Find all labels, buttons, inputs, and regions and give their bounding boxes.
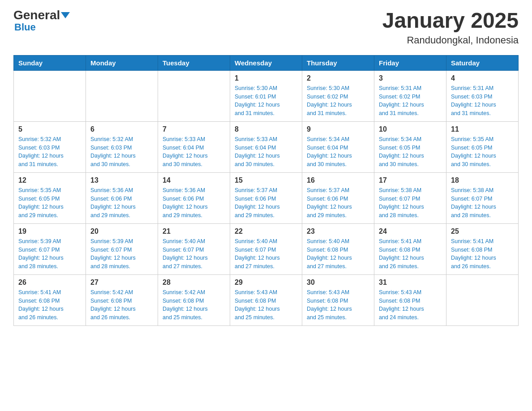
col-thursday: Thursday [302,55,374,70]
day-info: Sunrise: 5:38 AM Sunset: 6:07 PM Dayligh… [451,186,514,220]
col-monday: Monday [86,55,158,70]
table-row: 18Sunrise: 5:38 AM Sunset: 6:07 PM Dayli… [446,172,519,223]
day-info: Sunrise: 5:36 AM Sunset: 6:06 PM Dayligh… [90,186,153,220]
day-info: Sunrise: 5:42 AM Sunset: 6:08 PM Dayligh… [163,288,225,322]
day-number: 24 [379,227,442,235]
calendar-week-5: 26Sunrise: 5:41 AM Sunset: 6:08 PM Dayli… [14,274,519,325]
day-info: Sunrise: 5:41 AM Sunset: 6:08 PM Dayligh… [379,237,442,271]
day-number: 27 [90,278,153,287]
day-number: 31 [379,278,442,287]
day-info: Sunrise: 5:34 AM Sunset: 6:04 PM Dayligh… [307,135,369,169]
table-row: 24Sunrise: 5:41 AM Sunset: 6:08 PM Dayli… [374,223,446,274]
day-number: 8 [235,125,297,133]
table-row [158,70,230,121]
day-number: 2 [307,74,369,82]
day-number: 9 [307,125,369,133]
day-info: Sunrise: 5:40 AM Sunset: 6:07 PM Dayligh… [163,237,225,271]
day-info: Sunrise: 5:30 AM Sunset: 6:01 PM Dayligh… [235,84,297,118]
table-row: 8Sunrise: 5:33 AM Sunset: 6:04 PM Daylig… [230,121,302,172]
day-number: 28 [163,278,225,287]
table-row: 3Sunrise: 5:31 AM Sunset: 6:02 PM Daylig… [374,70,446,121]
day-info: Sunrise: 5:35 AM Sunset: 6:05 PM Dayligh… [451,135,514,169]
table-row [14,70,86,121]
day-info: Sunrise: 5:33 AM Sunset: 6:04 PM Dayligh… [163,135,225,169]
table-row: 21Sunrise: 5:40 AM Sunset: 6:07 PM Dayli… [158,223,230,274]
table-row: 7Sunrise: 5:33 AM Sunset: 6:04 PM Daylig… [158,121,230,172]
day-info: Sunrise: 5:40 AM Sunset: 6:08 PM Dayligh… [307,237,369,271]
calendar-table: Sunday Monday Tuesday Wednesday Thursday… [13,55,519,326]
title-block: January 2025 Randudongkal, Indonesia [382,9,519,46]
calendar-week-4: 19Sunrise: 5:39 AM Sunset: 6:07 PM Dayli… [14,223,519,274]
col-sunday: Sunday [14,55,86,70]
table-row [446,274,519,325]
table-row: 19Sunrise: 5:39 AM Sunset: 6:07 PM Dayli… [14,223,86,274]
table-row: 15Sunrise: 5:37 AM Sunset: 6:06 PM Dayli… [230,172,302,223]
day-info: Sunrise: 5:39 AM Sunset: 6:07 PM Dayligh… [90,237,153,271]
day-info: Sunrise: 5:31 AM Sunset: 6:03 PM Dayligh… [451,84,514,118]
day-info: Sunrise: 5:43 AM Sunset: 6:08 PM Dayligh… [235,288,297,322]
col-tuesday: Tuesday [158,55,230,70]
day-number: 16 [307,176,369,184]
table-row: 27Sunrise: 5:42 AM Sunset: 6:08 PM Dayli… [86,274,158,325]
day-number: 12 [18,176,81,184]
day-number: 26 [18,278,81,287]
table-row: 12Sunrise: 5:35 AM Sunset: 6:05 PM Dayli… [14,172,86,223]
table-row: 25Sunrise: 5:41 AM Sunset: 6:08 PM Dayli… [446,223,519,274]
table-row: 28Sunrise: 5:42 AM Sunset: 6:08 PM Dayli… [158,274,230,325]
day-number: 13 [90,176,153,184]
table-row: 10Sunrise: 5:34 AM Sunset: 6:05 PM Dayli… [374,121,446,172]
logo-arrow-icon [61,12,70,18]
day-number: 23 [307,227,369,235]
calendar-title: January 2025 [382,9,519,33]
table-row: 9Sunrise: 5:34 AM Sunset: 6:04 PM Daylig… [302,121,374,172]
day-info: Sunrise: 5:41 AM Sunset: 6:08 PM Dayligh… [451,237,514,271]
table-row: 29Sunrise: 5:43 AM Sunset: 6:08 PM Dayli… [230,274,302,325]
day-info: Sunrise: 5:32 AM Sunset: 6:03 PM Dayligh… [18,135,81,169]
day-info: Sunrise: 5:40 AM Sunset: 6:07 PM Dayligh… [235,237,297,271]
day-number: 10 [379,125,442,133]
col-friday: Friday [374,55,446,70]
day-info: Sunrise: 5:37 AM Sunset: 6:06 PM Dayligh… [235,186,297,220]
table-row: 1Sunrise: 5:30 AM Sunset: 6:01 PM Daylig… [230,70,302,121]
table-row: 23Sunrise: 5:40 AM Sunset: 6:08 PM Dayli… [302,223,374,274]
calendar-week-1: 1Sunrise: 5:30 AM Sunset: 6:01 PM Daylig… [14,70,519,121]
day-number: 5 [18,125,81,133]
table-row: 30Sunrise: 5:43 AM Sunset: 6:08 PM Dayli… [302,274,374,325]
table-row: 2Sunrise: 5:30 AM Sunset: 6:02 PM Daylig… [302,70,374,121]
day-info: Sunrise: 5:37 AM Sunset: 6:06 PM Dayligh… [307,186,369,220]
day-number: 25 [451,227,514,235]
day-info: Sunrise: 5:43 AM Sunset: 6:08 PM Dayligh… [307,288,369,322]
col-saturday: Saturday [446,55,519,70]
day-number: 19 [18,227,81,235]
day-number: 18 [451,176,514,184]
table-row: 5Sunrise: 5:32 AM Sunset: 6:03 PM Daylig… [14,121,86,172]
day-info: Sunrise: 5:43 AM Sunset: 6:08 PM Dayligh… [379,288,442,322]
table-row [86,70,158,121]
day-number: 21 [163,227,225,235]
table-row: 17Sunrise: 5:38 AM Sunset: 6:07 PM Dayli… [374,172,446,223]
day-info: Sunrise: 5:33 AM Sunset: 6:04 PM Dayligh… [235,135,297,169]
day-info: Sunrise: 5:41 AM Sunset: 6:08 PM Dayligh… [18,288,81,322]
day-number: 4 [451,74,514,82]
day-number: 6 [90,125,153,133]
table-row: 26Sunrise: 5:41 AM Sunset: 6:08 PM Dayli… [14,274,86,325]
day-number: 3 [379,74,442,82]
day-number: 29 [235,278,297,287]
day-number: 22 [235,227,297,235]
calendar-location: Randudongkal, Indonesia [382,34,519,46]
day-number: 20 [90,227,153,235]
logo: General Blue [13,9,70,33]
day-number: 30 [307,278,369,287]
day-info: Sunrise: 5:35 AM Sunset: 6:05 PM Dayligh… [18,186,81,220]
day-info: Sunrise: 5:34 AM Sunset: 6:05 PM Dayligh… [379,135,442,169]
day-info: Sunrise: 5:42 AM Sunset: 6:08 PM Dayligh… [90,288,153,322]
logo-blue-text: Blue [14,21,36,33]
table-row: 13Sunrise: 5:36 AM Sunset: 6:06 PM Dayli… [86,172,158,223]
table-row: 6Sunrise: 5:32 AM Sunset: 6:03 PM Daylig… [86,121,158,172]
page-header: General Blue January 2025 Randudongkal, … [13,9,519,46]
calendar-week-2: 5Sunrise: 5:32 AM Sunset: 6:03 PM Daylig… [14,121,519,172]
day-info: Sunrise: 5:39 AM Sunset: 6:07 PM Dayligh… [18,237,81,271]
table-row: 16Sunrise: 5:37 AM Sunset: 6:06 PM Dayli… [302,172,374,223]
logo-general-text: General [13,9,60,21]
day-info: Sunrise: 5:32 AM Sunset: 6:03 PM Dayligh… [90,135,153,169]
